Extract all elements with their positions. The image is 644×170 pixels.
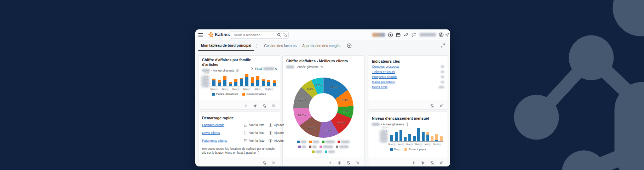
redacted-username — [420, 33, 436, 36]
x-tick-label: Nov- — [388, 143, 395, 146]
refresh-icon[interactable] — [430, 160, 434, 164]
widget-title: Indicateurs clés — [372, 59, 400, 64]
bar-segment — [267, 80, 270, 82]
bar-segment — [440, 136, 443, 141]
kpi-row: Comptes prospects — [372, 65, 444, 68]
donut-slice-label: 6.5% — [343, 110, 349, 113]
x-tick-label: Juil- — [424, 143, 431, 146]
kpi-link[interactable]: Tickets en cours — [372, 70, 395, 74]
download-icon[interactable] — [412, 160, 416, 164]
bar-segment — [262, 79, 265, 81]
refresh-icon[interactable] — [262, 103, 266, 107]
menu-icon[interactable] — [198, 33, 203, 37]
bar-segment — [413, 136, 416, 142]
calendar-icon[interactable] — [396, 32, 401, 38]
gear-icon[interactable] — [337, 160, 341, 164]
bar-segment — [262, 81, 265, 86]
x-tick-label: Mai- — [243, 88, 250, 90]
bar-segment — [245, 77, 248, 86]
legend-item: Consommables — [242, 92, 266, 96]
download-icon[interactable] — [244, 103, 248, 107]
close-icon[interactable] — [271, 160, 276, 164]
legend-item — [297, 141, 306, 143]
legend-item — [322, 141, 335, 143]
refresh-icon[interactable] — [346, 160, 351, 164]
close-icon[interactable] — [271, 103, 276, 107]
x-axis-labels: Nov-Jan-Mar-Mai-Juil-Sept- — [211, 88, 277, 91]
redacted-axis-values — [380, 130, 387, 142]
bar-segment — [417, 128, 420, 142]
refresh-icon[interactable] — [430, 103, 434, 107]
tab-options-kebab-icon[interactable] — [255, 43, 259, 48]
widget-key-indicators: Indicateurs clés Comptes prospectsTicket… — [368, 55, 448, 110]
gear-icon[interactable] — [320, 65, 324, 69]
search-icon[interactable] — [277, 33, 281, 37]
tab-2[interactable]: Gestion des factures — [261, 41, 299, 51]
bar-segment — [395, 132, 398, 142]
widget-footer — [368, 158, 448, 166]
kpi-row: Prospects chauds — [372, 75, 444, 79]
redacted-license-label — [372, 33, 385, 37]
chart-plot-area — [211, 73, 277, 86]
add-tab-icon[interactable] — [347, 43, 352, 48]
bar-segment — [435, 134, 438, 140]
widget-top-clients: Chiffre d'affaires - Meilleurs clients -… — [282, 55, 364, 166]
add-button[interactable]: Ajouter — [269, 123, 284, 127]
x-tick-label: Juil- — [254, 88, 261, 90]
add-button[interactable]: Ajouter — [269, 139, 284, 143]
redacted-axis-values — [201, 76, 209, 87]
quick-start-link[interactable]: Paiements clients — [202, 139, 227, 142]
kpi-link[interactable]: Gains potentiels — [372, 80, 395, 84]
donut-slice-label: 6.3% — [315, 84, 322, 87]
trend-icon[interactable] — [403, 32, 409, 38]
checklist-icon[interactable] — [411, 32, 416, 38]
theme-icon[interactable] — [445, 33, 449, 37]
x-axis-line — [211, 86, 277, 86]
close-icon[interactable] — [439, 160, 443, 164]
add-button[interactable]: Ajouter — [269, 131, 284, 135]
search-box[interactable] — [230, 31, 289, 39]
kpi-link[interactable]: Prospects chauds — [372, 75, 397, 79]
kpi-link[interactable]: Comptes prospects — [372, 65, 399, 68]
bar-segment — [431, 136, 433, 141]
redacted-kpi-value — [441, 71, 444, 73]
bar-segment — [240, 78, 243, 79]
tab-1[interactable]: Mon tableau de bord principal — [198, 40, 254, 51]
expand-icon[interactable] — [441, 43, 445, 48]
bar-segment — [399, 130, 402, 142]
redacted-kpi-value — [441, 81, 444, 83]
view-list-button[interactable]: Voir la liste — [244, 123, 265, 127]
gear-icon[interactable] — [253, 103, 257, 107]
chart-plot-area — [390, 128, 443, 142]
view-list-button[interactable]: Voir la liste — [244, 131, 265, 135]
download-icon[interactable] — [328, 160, 332, 164]
x-tick-label: Nov- — [211, 88, 218, 90]
bar-segment — [229, 82, 232, 84]
donut-hole — [309, 93, 338, 122]
kpi-link[interactable]: Devis émis — [372, 85, 387, 89]
account-icon[interactable] — [439, 32, 444, 37]
legend-item — [336, 146, 349, 148]
x-axis-labels: Nov-Jan-Mar-Mai-Juil-Sept- — [390, 143, 443, 146]
donut-chart-top-clients — [293, 78, 353, 138]
search-input[interactable] — [233, 33, 276, 37]
bar-segment — [256, 76, 259, 79]
close-icon[interactable] — [439, 103, 443, 107]
kpi-row: Gains potentiels — [372, 80, 444, 84]
add-circle-icon[interactable] — [388, 32, 393, 38]
donut-slice-label: 11.1% — [324, 129, 332, 132]
advanced-search-icon[interactable] — [282, 33, 287, 37]
quick-start-link[interactable]: Devis clients — [202, 131, 220, 135]
refresh-icon[interactable] — [262, 160, 266, 164]
quick-start-link[interactable]: Factures clients — [202, 123, 224, 127]
gear-icon[interactable] — [421, 160, 425, 164]
tab-3[interactable]: Approbation des congés — [299, 41, 343, 51]
legend-item: Packs utilisateurs — [212, 92, 238, 96]
x-axis-line — [390, 141, 443, 142]
kafinea-logo-icon[interactable] — [208, 32, 214, 38]
legend-item — [309, 141, 319, 143]
bar-segment — [422, 132, 425, 142]
close-icon[interactable] — [356, 160, 360, 164]
view-list-button[interactable]: Voir la liste — [244, 139, 265, 143]
widget-period: - Année glissante — [286, 65, 324, 69]
